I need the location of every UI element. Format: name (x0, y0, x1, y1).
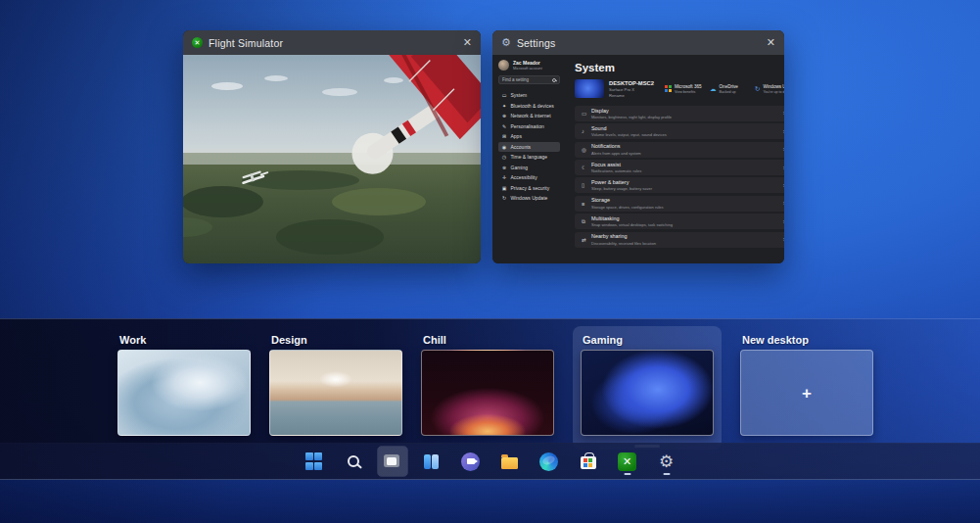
nearby-sharing-icon: ⇄ (582, 237, 591, 243)
window-flight-simulator[interactable]: Flight Simulator ✕ (183, 30, 481, 263)
gamepad-icon: ⊗ (501, 165, 507, 170)
xbox-button[interactable]: ✕ (613, 447, 642, 476)
sidebar-item-system[interactable]: ▭ System (498, 90, 560, 101)
desktop-work[interactable]: Work (117, 334, 251, 436)
network-icon: ⊕ (501, 113, 507, 119)
avatar (498, 60, 509, 71)
desktop-label: Design (271, 334, 402, 346)
device-wallpaper-thumbnail (575, 79, 604, 98)
chat-camera-icon (461, 452, 480, 471)
sidebar-item-time-language[interactable]: ◷ Time & language (498, 152, 560, 163)
notifications-icon: ◎ (582, 147, 591, 153)
task-view-button[interactable] (378, 447, 407, 476)
xbox-icon: ✕ (618, 452, 636, 471)
xbox-app-icon (192, 37, 203, 48)
microsoft-365-tile[interactable]: Microsoft 365 View benefits (665, 84, 701, 94)
desktop-chill[interactable]: Chill (421, 334, 554, 436)
desktop-label: Chill (423, 334, 554, 346)
onedrive-tile[interactable]: ☁ OneDrive Backed up (710, 84, 746, 94)
window-settings[interactable]: ⚙ Settings ✕ Zac Meador Microsoft accoun… (492, 30, 784, 263)
setting-row-notifications[interactable]: ◎ Notifications Alerts from apps and sys… (575, 142, 784, 158)
display-icon: ▭ (582, 111, 591, 117)
setting-row-multitasking[interactable]: ⧉ Multitasking Snap windows, virtual des… (575, 214, 784, 229)
chevron-right-icon: › (783, 165, 784, 171)
system-icon: ▭ (501, 92, 507, 98)
search-button[interactable] (339, 447, 368, 476)
shield-icon: ▣ (501, 185, 507, 191)
settings-titlebar: ⚙ Settings ✕ (492, 30, 784, 55)
apps-icon: ⊞ (501, 133, 507, 139)
sidebar-item-accessibility[interactable]: ✛ Accessibility (498, 172, 560, 183)
bluetooth-icon: ✦ (501, 103, 507, 109)
settings-button[interactable]: ⚙ (652, 447, 681, 476)
chevron-right-icon: › (783, 128, 784, 135)
chevron-right-icon: › (783, 146, 784, 153)
setting-row-display[interactable]: ▭ Display Monitors, brightness, night li… (575, 106, 784, 121)
store-button[interactable] (574, 447, 603, 476)
account-name: Zac Meador (513, 60, 542, 67)
account-subtitle: Microsoft account (513, 67, 542, 71)
setting-row-power-battery[interactable]: ▯ Power & battery Sleep, battery usage, … (575, 177, 784, 193)
chevron-right-icon: › (783, 182, 784, 189)
chevron-right-icon: › (783, 200, 784, 207)
sidebar-item-bluetooth-devices[interactable]: ✦ Bluetooth & devices (498, 101, 560, 112)
new-desktop-button[interactable]: + (740, 350, 873, 436)
setting-row-sound[interactable]: ♪ Sound Volume levels, output, input, so… (575, 123, 784, 139)
sidebar-item-gaming[interactable]: ⊗ Gaming (498, 163, 560, 173)
setting-row-storage[interactable]: ≡ Storage Storage space, drives, configu… (575, 196, 784, 212)
settings-main: System DESKTOP-MSC2 Surface Pro X Rename… (565, 55, 784, 263)
running-indicator (624, 473, 630, 475)
search-icon (552, 78, 556, 82)
windows-logo-icon (305, 452, 323, 470)
microsoft-365-icon (665, 85, 672, 92)
flight-simulator-thumbnail[interactable] (183, 55, 481, 263)
edge-button[interactable] (535, 447, 564, 476)
settings-sidebar: Zac Meador Microsoft account Find a sett… (492, 55, 565, 263)
new-desktop-label: New desktop (742, 334, 873, 346)
windows-update-icon: ↻ (755, 86, 760, 93)
chat-button[interactable] (456, 447, 486, 476)
account-card[interactable]: Zac Meador Microsoft account (498, 60, 560, 71)
rename-link[interactable]: Rename (609, 93, 660, 99)
storage-icon: ≡ (582, 201, 591, 207)
sidebar-item-personalisation[interactable]: ✎ Personalisation (498, 121, 560, 132)
desktop-gaming-selected[interactable]: Gaming (573, 326, 722, 450)
sidebar-item-privacy-security[interactable]: ▣ Privacy & security (498, 183, 560, 194)
close-icon[interactable]: ✕ (463, 37, 472, 48)
sidebar-item-accounts[interactable]: ◉ Accounts (498, 142, 560, 153)
desktop-design[interactable]: Design (269, 334, 402, 436)
new-desktop[interactable]: New desktop + (740, 334, 873, 436)
desktop-label: Gaming (583, 334, 714, 346)
task-view-screen: Flight Simulator ✕ (0, 0, 980, 523)
start-button[interactable] (300, 447, 329, 476)
search-input[interactable]: Find a setting (498, 75, 560, 84)
gear-icon: ⚙ (659, 453, 674, 470)
chevron-right-icon: › (783, 236, 784, 243)
widgets-button[interactable] (417, 447, 446, 476)
setting-row-focus-assist[interactable]: ☾ Focus assist Notifications, automatic … (575, 160, 784, 175)
update-icon: ↻ (501, 195, 507, 201)
sidebar-item-network-internet[interactable]: ⊕ Network & internet (498, 111, 560, 121)
accessibility-icon: ✛ (501, 174, 507, 180)
folder-icon (501, 457, 518, 469)
flight-simulator-titlebar: Flight Simulator ✕ (183, 30, 481, 55)
sidebar-item-windows-update[interactable]: ↻ Windows Update (498, 193, 560, 204)
sidebar-item-apps[interactable]: ⊞ Apps (498, 131, 560, 142)
windows-update-tile[interactable]: ↻ Windows Update You're up to date (755, 84, 784, 94)
desktop-design-thumbnail[interactable] (269, 350, 402, 436)
settings-app-icon: ⚙ (501, 37, 511, 48)
close-icon[interactable]: ✕ (767, 37, 775, 48)
running-indicator (663, 473, 670, 475)
file-explorer-button[interactable] (495, 447, 525, 476)
onedrive-cloud-icon: ☁ (710, 86, 717, 93)
focus-assist-icon: ☾ (582, 165, 591, 170)
personalisation-icon: ✎ (501, 123, 507, 129)
chevron-right-icon: › (783, 110, 784, 117)
setting-row-nearby-sharing[interactable]: ⇄ Nearby sharing Discoverability, receiv… (575, 232, 784, 248)
sound-icon: ♪ (582, 128, 591, 134)
taskbar: ✕ ⚙ (0, 443, 980, 480)
plus-icon: + (802, 385, 812, 402)
desktop-work-thumbnail[interactable] (117, 350, 251, 436)
desktop-chill-thumbnail[interactable] (421, 350, 554, 436)
desktop-gaming-thumbnail[interactable] (581, 350, 714, 436)
